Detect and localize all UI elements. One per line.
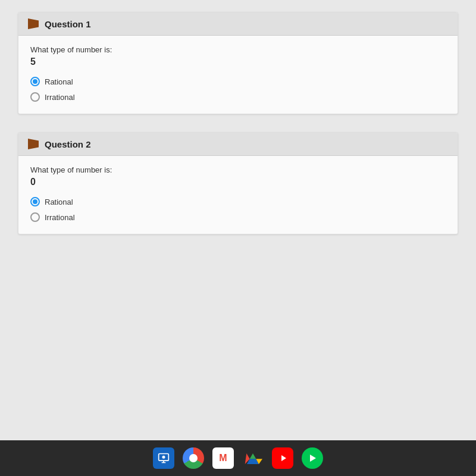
question-1-marker <box>28 18 39 29</box>
taskbar-gmail-icon[interactable]: M <box>212 447 234 469</box>
question-1-option-rational[interactable]: Rational <box>30 77 446 86</box>
question-1-card: Question 1 What type of number is: 5 Rat… <box>18 12 458 114</box>
question-1-header: Question 1 <box>18 12 458 36</box>
taskbar-youtube-icon[interactable] <box>272 447 293 469</box>
taskbar-chrome-icon[interactable] <box>183 447 204 469</box>
taskbar-classroom-icon[interactable] <box>153 447 174 469</box>
question-2-header: Question 2 <box>18 133 458 156</box>
question-1-body: What type of number is: 5 Rational Irrat… <box>18 36 458 114</box>
question-1-label-rational: Rational <box>45 77 73 86</box>
question-2-options: Rational Irrational <box>30 197 446 222</box>
question-1-option-irrational[interactable]: Irrational <box>30 92 446 102</box>
question-2-title: Question 2 <box>45 139 91 149</box>
question-2-label-irrational: Irrational <box>45 213 75 222</box>
question-1-value: 5 <box>30 57 446 67</box>
svg-marker-2 <box>281 455 286 461</box>
question-2-card: Question 2 What type of number is: 0 Rat… <box>18 132 458 234</box>
question-2-marker <box>28 139 39 149</box>
question-2-radio-irrational[interactable] <box>30 212 40 222</box>
question-1-options: Rational Irrational <box>30 77 446 102</box>
question-2-option-irrational[interactable]: Irrational <box>30 212 446 222</box>
question-2-radio-rational[interactable] <box>30 197 40 206</box>
question-2-body: What type of number is: 0 Rational Irrat… <box>18 156 458 234</box>
taskbar-play-icon[interactable] <box>302 447 323 469</box>
question-1-radio-rational[interactable] <box>30 77 40 86</box>
svg-point-1 <box>162 456 165 459</box>
question-1-radio-irrational[interactable] <box>30 92 40 102</box>
question-2-label-rational: Rational <box>45 198 73 206</box>
question-1-radio-rational-inner <box>33 79 37 84</box>
question-1-label-irrational: Irrational <box>45 93 75 102</box>
question-1-title: Question 1 <box>45 19 91 29</box>
screen-content: Question 1 What type of number is: 5 Rat… <box>0 0 476 440</box>
svg-marker-3 <box>310 455 316 462</box>
question-2-value: 0 <box>30 177 446 187</box>
question-2-prompt: What type of number is: <box>30 165 446 174</box>
taskbar-drive-icon[interactable] <box>242 447 264 469</box>
question-2-option-rational[interactable]: Rational <box>30 197 446 206</box>
question-1-prompt: What type of number is: <box>30 45 446 54</box>
taskbar: M <box>0 440 476 476</box>
question-2-radio-rational-inner <box>33 199 37 204</box>
